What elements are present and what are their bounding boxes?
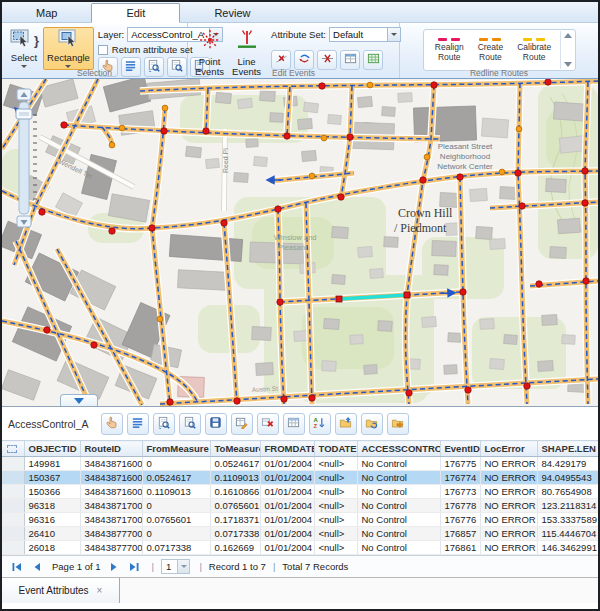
page-select[interactable]: 1 — [161, 559, 190, 574]
tbl-select-hand-button[interactable] — [101, 413, 123, 435]
table-row[interactable]: 150367348438716000.05246170.110901301/01… — [2, 471, 598, 485]
row-selector[interactable] — [2, 485, 24, 499]
table-cell[interactable]: 34843871600 — [80, 485, 142, 499]
table-cell[interactable]: 0.1718371 — [210, 513, 260, 527]
zoom-handle[interactable] — [16, 109, 32, 119]
chevron-down-icon[interactable] — [387, 28, 400, 41]
map-view[interactable]: Crown Hill / Piedmont Pleasant Street Ne… — [2, 79, 598, 406]
tab-map[interactable]: Map — [2, 4, 91, 22]
table-cell[interactable]: <null> — [314, 485, 357, 499]
table-cell[interactable]: 146.3462991 — [537, 541, 598, 555]
table-cell[interactable]: 0.1109013 — [142, 485, 210, 499]
first-page-button[interactable] — [8, 559, 26, 575]
table-cell[interactable]: <null> — [314, 471, 357, 485]
table-cell[interactable]: 0 — [142, 527, 210, 541]
table-cell[interactable]: No Control — [357, 527, 440, 541]
table-row[interactable]: 26018348438777000.07173380.16266901/01/2… — [2, 541, 598, 555]
row-selector[interactable] — [2, 457, 24, 471]
row-selector-header[interactable] — [2, 441, 24, 457]
close-icon[interactable]: × — [97, 585, 103, 596]
column-header[interactable]: ToMeasure — [210, 441, 260, 457]
table-cell[interactable]: NO ERROR — [480, 527, 537, 541]
table-row[interactable]: 150366348438716000.11090130.161086601/01… — [2, 485, 598, 499]
select-tool-button[interactable]: } Select — [5, 27, 43, 70]
table-cell[interactable]: NO ERROR — [480, 499, 537, 513]
table-cell[interactable]: 123.2118314 — [537, 499, 598, 513]
table-cell[interactable]: 0.0765601 — [142, 513, 210, 527]
column-header[interactable]: SHAPE.LEN — [537, 441, 598, 457]
table-cell[interactable]: <null> — [314, 527, 357, 541]
table-cell[interactable]: NO ERROR — [480, 471, 537, 485]
table-row[interactable]: 963183484387170000.076560101/01/2004<nul… — [2, 499, 598, 513]
tbl-save-button[interactable] — [205, 413, 227, 435]
row-selector[interactable] — [2, 513, 24, 527]
table-cell[interactable]: NO ERROR — [480, 485, 537, 499]
table-cell[interactable]: No Control — [357, 471, 440, 485]
table-row[interactable]: 1499813484387160000.052461701/01/2004<nu… — [2, 457, 598, 471]
attribute-set-dropdown[interactable]: Default — [329, 27, 401, 42]
ee-event-table-button[interactable] — [340, 50, 360, 70]
realign-route-button[interactable]: Realign Route — [428, 31, 471, 69]
map-canvas[interactable]: Crown Hill / Piedmont Pleasant Street Ne… — [2, 79, 598, 406]
table-cell[interactable]: No Control — [357, 457, 440, 471]
table-cell[interactable]: 01/01/2004 — [260, 457, 314, 471]
tbl-list-button[interactable] — [127, 413, 149, 435]
table-cell[interactable]: 94.0495543 — [537, 471, 598, 485]
row-selector[interactable] — [2, 541, 24, 555]
last-page-button[interactable] — [125, 559, 143, 575]
ee-split-event-button[interactable] — [317, 50, 337, 70]
tbl-export-folder-button[interactable] — [335, 413, 357, 435]
scroll-up-icon[interactable] — [564, 33, 572, 38]
prev-page-button[interactable] — [28, 559, 46, 575]
ee-attribute-grid-button[interactable] — [363, 50, 383, 70]
table-row[interactable]: 96316348438717000.07656010.171837101/01/… — [2, 513, 598, 527]
table-cell[interactable]: No Control — [357, 485, 440, 499]
tab-event-attributes[interactable]: Event Attributes × — [2, 578, 120, 603]
tbl-edit-table-button[interactable] — [231, 413, 253, 435]
table-cell[interactable]: 34843877700 — [80, 541, 142, 555]
table-cell[interactable]: 01/01/2004 — [260, 499, 314, 513]
tbl-zoom-page-button[interactable] — [179, 413, 201, 435]
table-cell[interactable]: 0 — [142, 457, 210, 471]
table-cell[interactable]: 0.1109013 — [210, 471, 260, 485]
table-cell[interactable]: 149981 — [24, 457, 80, 471]
row-selector[interactable] — [2, 527, 24, 541]
rectangle-tool-button[interactable]: Rectangle — [43, 27, 94, 70]
table-cell[interactable]: 0.0765601 — [210, 499, 260, 513]
column-header[interactable]: RouteID — [80, 441, 142, 457]
row-selector[interactable] — [2, 499, 24, 513]
table-cell[interactable]: 0.0717338 — [210, 527, 260, 541]
table-cell[interactable]: 34843871700 — [80, 499, 142, 513]
table-cell[interactable]: 01/01/2004 — [260, 471, 314, 485]
table-cell[interactable]: 26018 — [24, 541, 80, 555]
table-cell[interactable]: 176857 — [440, 527, 480, 541]
column-header[interactable]: EventID — [440, 441, 480, 457]
tbl-zoom-selected-button[interactable] — [153, 413, 175, 435]
tab-review[interactable]: Review — [180, 4, 284, 22]
table-cell[interactable]: 115.4446704 — [537, 527, 598, 541]
table-cell[interactable]: 0.162669 — [210, 541, 260, 555]
table-cell[interactable]: 0.0524617 — [210, 457, 260, 471]
tab-edit[interactable]: Edit — [91, 3, 180, 23]
calibrate-route-button[interactable]: Calibrate Route — [510, 31, 558, 69]
table-cell[interactable]: No Control — [357, 513, 440, 527]
table-cell[interactable]: 0.0717338 — [142, 541, 210, 555]
table-cell[interactable]: <null> — [314, 457, 357, 471]
table-cell[interactable]: 0.1610866 — [210, 485, 260, 499]
table-cell[interactable]: 176861 — [440, 541, 480, 555]
table-cell[interactable]: 01/01/2004 — [260, 541, 314, 555]
table-cell[interactable]: 176773 — [440, 485, 480, 499]
table-cell[interactable]: 01/01/2004 — [260, 513, 314, 527]
table-cell[interactable]: 01/01/2004 — [260, 527, 314, 541]
table-cell[interactable]: 0.0524617 — [142, 471, 210, 485]
table-cell[interactable]: <null> — [314, 499, 357, 513]
table-cell[interactable]: 176774 — [440, 471, 480, 485]
table-cell[interactable]: NO ERROR — [480, 541, 537, 555]
table-cell[interactable]: 80.7654908 — [537, 485, 598, 499]
column-header[interactable]: TODATE — [314, 441, 357, 457]
table-cell[interactable]: 01/01/2004 — [260, 485, 314, 499]
table-cell[interactable]: 0 — [142, 499, 210, 513]
table-cell[interactable]: 96318 — [24, 499, 80, 513]
table-cell[interactable]: 84.429179 — [537, 457, 598, 471]
table-row[interactable]: 264103484387770000.071733801/01/2004<nul… — [2, 527, 598, 541]
